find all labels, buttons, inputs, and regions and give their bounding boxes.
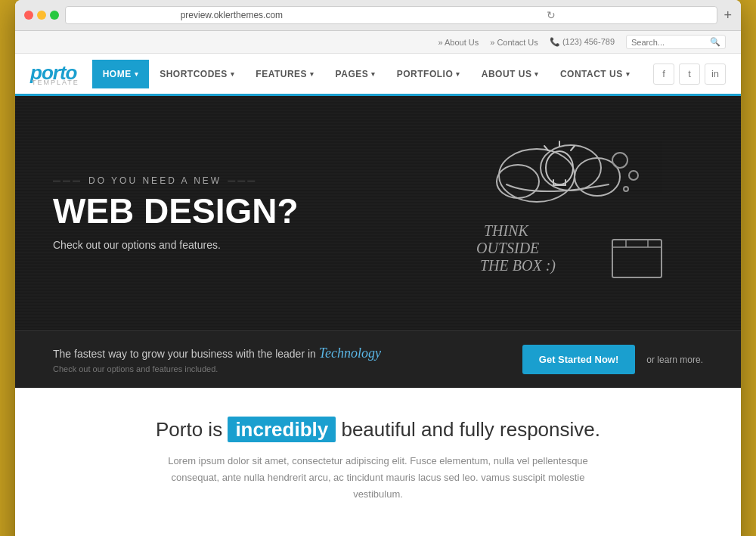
maximize-button[interactable]	[50, 11, 59, 20]
website-content: ⇄ » About Us » Contact Us 📞 (123) 456-78…	[15, 31, 741, 536]
nav-home[interactable]: HOME ▾	[92, 60, 150, 88]
hero-subtitle: Check out our options and features.	[53, 239, 370, 251]
svg-rect-14	[612, 240, 662, 277]
facebook-icon[interactable]: f	[653, 64, 674, 85]
browser-window: preview.oklerthemes.com ↻ + ⇄ » About Us…	[15, 0, 741, 536]
svg-point-12	[629, 171, 638, 180]
cta-text-block: The fastest way to grow your business wi…	[53, 345, 381, 373]
about-us-link[interactable]: » About Us	[438, 38, 479, 47]
svg-point-13	[624, 187, 628, 191]
social-icons: f t in	[653, 64, 726, 85]
traffic-lights	[24, 11, 59, 20]
address-bar[interactable]: preview.oklerthemes.com ↻	[65, 6, 717, 24]
headline-highlight: incredibly	[228, 417, 336, 442]
bottom-icons: ⚙ ◎ ▶	[38, 525, 718, 536]
linkedin-icon[interactable]: in	[705, 64, 726, 85]
hero-tagline: DO YOU NEED A NEW	[53, 175, 370, 186]
browser-chrome: preview.oklerthemes.com ↻ +	[15, 0, 741, 31]
hero-left: DO YOU NEED A NEW WEB DESIGN? Check out …	[15, 96, 393, 330]
nav-pages[interactable]: PAGES ▾	[325, 60, 386, 88]
search-input[interactable]	[631, 38, 707, 47]
svg-line-9	[571, 146, 575, 150]
close-button[interactable]	[24, 11, 33, 20]
svg-point-3	[497, 165, 539, 198]
hero-right: THINK OUTSIDE THE BOX :)	[393, 96, 741, 330]
cta-sub-text: Check out our options and features inclu…	[53, 364, 381, 373]
svg-point-4	[546, 151, 573, 184]
phone-number: 📞 (123) 456-789	[550, 37, 615, 47]
search-box[interactable]: 🔍	[626, 35, 726, 49]
cta-main-text: The fastest way to grow your business wi…	[53, 345, 381, 361]
nav-links: HOME ▾ SHORTCODES ▾ FEATURES ▾ PAGES ▾	[92, 60, 641, 88]
minimize-button[interactable]	[37, 11, 46, 20]
nav-features[interactable]: FEATURES ▾	[245, 60, 324, 88]
url-text: preview.oklerthemes.com	[72, 10, 392, 20]
tech-word: Technology	[319, 345, 381, 361]
logo-sub: template	[32, 79, 79, 86]
phone-icon: 📞	[550, 37, 560, 46]
main-description: Lorem ipsum dolor sit amet, consectetur …	[151, 453, 605, 503]
main-content-section: Porto is incredibly beautiful and fully …	[15, 388, 741, 536]
website-wrapper: ⇄ » About Us » Contact Us 📞 (123) 456-78…	[15, 31, 741, 536]
search-icon: 🔍	[710, 37, 720, 47]
cta-right: Get Started Now! or learn more.	[522, 345, 703, 374]
svg-text:THINK: THINK	[484, 222, 530, 239]
logo-text: porto template	[30, 61, 79, 86]
nav-about[interactable]: ABOUT US ▾	[471, 60, 550, 88]
learn-more-text[interactable]: or learn more.	[646, 355, 703, 365]
svg-text:THE BOX :): THE BOX :)	[480, 257, 556, 274]
nav-shortcodes[interactable]: SHORTCODES ▾	[149, 60, 245, 88]
utility-bar: » About Us » Contact Us 📞 (123) 456-789 …	[15, 31, 741, 54]
nav-portfolio[interactable]: PORTFOLIO ▾	[386, 60, 471, 88]
twitter-icon[interactable]: t	[679, 64, 700, 85]
svg-point-11	[612, 153, 627, 168]
main-navigation: porto template HOME ▾ SHORTCODES ▾ FEATU…	[15, 54, 741, 96]
svg-text:OUTSIDE: OUTSIDE	[476, 240, 539, 256]
svg-point-1	[541, 145, 601, 191]
contact-us-link[interactable]: » Contact Us	[490, 38, 538, 47]
logo: porto template	[30, 54, 79, 94]
nav-contact[interactable]: CONTACT US ▾	[550, 60, 640, 88]
main-headline: Porto is incredibly beautiful and fully …	[38, 418, 718, 442]
refresh-icon[interactable]: ↻	[392, 9, 711, 21]
hero-title: WEB DESIGN?	[53, 192, 370, 231]
new-tab-button[interactable]: +	[723, 8, 732, 23]
chalk-drawing: THINK OUTSIDE THE BOX :)	[454, 122, 680, 304]
cta-bar: The fastest way to grow your business wi…	[15, 330, 741, 388]
hero-section: DO YOU NEED A NEW WEB DESIGN? Check out …	[15, 96, 741, 330]
svg-point-0	[499, 149, 575, 202]
get-started-button[interactable]: Get Started Now!	[522, 345, 635, 374]
